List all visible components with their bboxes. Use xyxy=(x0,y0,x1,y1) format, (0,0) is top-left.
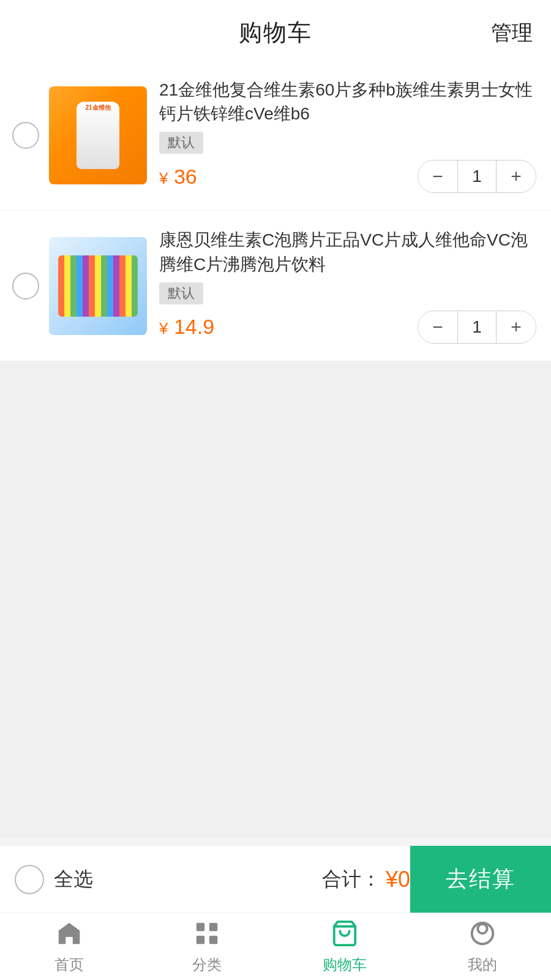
item-1-quantity: 1 xyxy=(457,160,497,192)
tab-category[interactable]: 分类 xyxy=(138,919,276,974)
tab-mine-label: 我的 xyxy=(468,955,497,974)
item-2-decrease-button[interactable]: − xyxy=(418,311,457,343)
item-1-bottom: ¥ 36 − 1 + xyxy=(159,160,536,193)
item-1-quantity-control: − 1 + xyxy=(418,160,536,193)
svg-rect-2 xyxy=(196,935,204,943)
item-1-name: 21金维他复合维生素60片多种b族维生素男士女性钙片铁锌维cVe维b6 xyxy=(159,78,536,126)
item-2-checkbox[interactable] xyxy=(12,273,39,300)
empty-area xyxy=(0,361,551,839)
cart-item-2: 康恩贝维生素C泡腾片正品VC片成人维他命VC泡腾维C片沸腾泡片饮料 默认 ¥ 1… xyxy=(0,211,551,361)
tab-category-label: 分类 xyxy=(192,955,222,974)
select-all-area: 全选 xyxy=(0,865,322,894)
tab-home[interactable]: 首页 xyxy=(0,919,138,974)
item-2-image xyxy=(49,237,147,335)
header: 购物车 管理 xyxy=(0,0,551,61)
item-2-price: ¥ 14.9 xyxy=(159,315,214,339)
item-1-price-value: 36 xyxy=(174,165,197,188)
tab-bar: 首页 分类 购物车 xyxy=(0,913,551,980)
bottom-bar: 全选 合计： ¥0 去结算 xyxy=(0,845,551,913)
svg-point-5 xyxy=(478,924,487,933)
checkout-button[interactable]: 去结算 xyxy=(410,846,551,913)
tab-home-label: 首页 xyxy=(54,955,84,974)
item-1-tag: 默认 xyxy=(159,132,203,154)
select-all-checkbox[interactable] xyxy=(15,865,44,894)
page-title: 购物车 xyxy=(239,17,312,48)
item-2-name: 康恩贝维生素C泡腾片正品VC片成人维他命VC泡腾维C片沸腾泡片饮料 xyxy=(159,228,536,276)
product-image-2 xyxy=(49,237,147,335)
user-icon xyxy=(468,919,497,951)
item-2-bottom: ¥ 14.9 − 1 + xyxy=(159,311,536,344)
item-2-tag: 默认 xyxy=(159,282,203,304)
select-all-label: 全选 xyxy=(54,866,93,893)
svg-rect-0 xyxy=(196,922,204,930)
cart-item-1: 21金维他复合维生素60片多种b族维生素男士女性钙片铁锌维cVe维b6 默认 ¥… xyxy=(0,61,551,211)
svg-rect-3 xyxy=(209,935,217,943)
item-2-quantity: 1 xyxy=(457,311,497,343)
item-2-price-value: 14.9 xyxy=(174,315,214,338)
total-value: ¥0 xyxy=(386,867,410,892)
item-2-quantity-control: − 1 + xyxy=(418,311,536,344)
total-currency: ¥ xyxy=(386,867,398,892)
home-icon xyxy=(55,919,83,951)
item-1-checkbox[interactable] xyxy=(12,122,39,149)
tab-mine[interactable]: 我的 xyxy=(413,919,551,974)
total-label: 合计： xyxy=(322,866,381,893)
product-image-1 xyxy=(49,86,147,184)
grid-icon xyxy=(193,919,221,951)
manage-button[interactable]: 管理 xyxy=(491,19,533,47)
total-area: 合计： ¥0 xyxy=(322,866,410,893)
item-1-info: 21金维他复合维生素60片多种b族维生素男士女性钙片铁锌维cVe维b6 默认 ¥… xyxy=(159,78,536,193)
total-amount: 0 xyxy=(398,867,410,892)
item-1-image xyxy=(49,86,147,184)
svg-rect-1 xyxy=(209,922,217,930)
item-1-decrease-button[interactable]: − xyxy=(418,160,457,192)
cart-list: 21金维他复合维生素60片多种b族维生素男士女性钙片铁锌维cVe维b6 默认 ¥… xyxy=(0,61,551,361)
cart-icon xyxy=(331,919,359,951)
item-1-price: ¥ 36 xyxy=(159,165,197,189)
item-1-increase-button[interactable]: + xyxy=(497,160,536,192)
item-2-increase-button[interactable]: + xyxy=(497,311,536,343)
item-2-currency: ¥ xyxy=(159,319,168,337)
tab-cart[interactable]: 购物车 xyxy=(276,919,413,974)
tab-cart-label: 购物车 xyxy=(323,955,367,974)
item-1-currency: ¥ xyxy=(159,169,168,187)
item-2-info: 康恩贝维生素C泡腾片正品VC片成人维他命VC泡腾维C片沸腾泡片饮料 默认 ¥ 1… xyxy=(159,228,536,343)
